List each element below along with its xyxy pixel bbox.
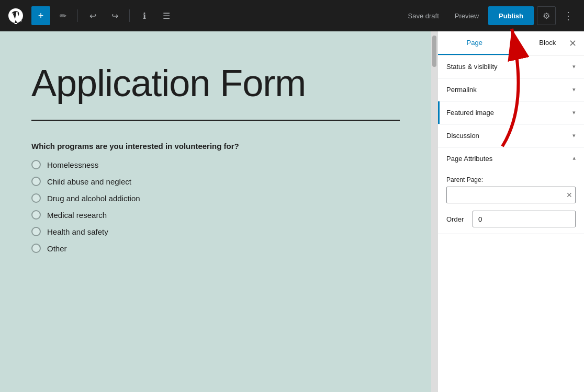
section-page-attributes-label: Page Attributes (446, 155, 492, 163)
section-discussion-label: Discussion (446, 132, 479, 140)
parent-page-label: Parent Page: (446, 176, 576, 183)
chevron-discussion-icon: ▾ (572, 132, 576, 139)
settings-button[interactable]: ⚙ (537, 6, 556, 25)
section-permalink-label: Permalink (446, 86, 477, 94)
list-item: Homelessness (31, 160, 400, 169)
section-featured-image-header[interactable]: Featured image ▾ (438, 101, 584, 124)
option-2-label: Child abuse and neglect (47, 177, 131, 186)
list-item: Other (31, 244, 400, 253)
undo-button[interactable]: ↩ (83, 6, 102, 25)
section-permalink: Permalink ▾ (438, 78, 584, 101)
info-button[interactable]: ℹ (135, 6, 154, 25)
order-label: Order (446, 215, 467, 223)
parent-page-wrapper: ✕ (446, 187, 576, 203)
save-draft-button[interactable]: Save draft (402, 9, 445, 23)
section-status-label: Status & visibility (446, 63, 498, 71)
tab-page[interactable]: Page (438, 31, 511, 55)
radio-circle-3 (31, 193, 41, 203)
edit-icon-button[interactable]: ✏ (53, 6, 72, 25)
add-block-button[interactable]: + (31, 6, 50, 25)
scrollbar-thumb[interactable] (432, 36, 436, 67)
list-item: Drug and alcohol addiction (31, 193, 400, 203)
parent-page-input[interactable] (446, 187, 576, 203)
redo-button[interactable]: ↪ (105, 6, 124, 25)
sidebar: Page Block ✕ Status & visibility ▾ Perma… (437, 31, 584, 392)
order-row: Order (446, 211, 576, 227)
scrollbar[interactable] (431, 31, 437, 392)
section-status-visibility: Status & visibility ▾ (438, 55, 584, 78)
question-label: Which programs are you interested in vol… (31, 142, 400, 151)
wordpress-logo (6, 6, 25, 25)
section-permalink-header[interactable]: Permalink ▾ (438, 78, 584, 101)
page-title: Application Form (31, 63, 400, 104)
radio-circle-5 (31, 227, 41, 236)
option-5-label: Health and safety (47, 227, 108, 236)
option-3-label: Drug and alcohol addiction (47, 194, 140, 203)
editor-canvas: Application Form Which programs are you … (0, 31, 431, 392)
section-page-attributes: Page Attributes ▾ Parent Page: ✕ Order (438, 147, 584, 234)
chevron-featured-icon: ▾ (572, 109, 576, 116)
section-status-visibility-header[interactable]: Status & visibility ▾ (438, 55, 584, 78)
section-page-attributes-header[interactable]: Page Attributes ▾ (438, 147, 584, 170)
radio-circle-2 (31, 177, 41, 186)
list-item: Medical research (31, 210, 400, 220)
separator-2 (129, 9, 130, 22)
sidebar-tabs: Page Block ✕ (438, 31, 584, 55)
section-featured-image-label: Featured image (446, 109, 494, 117)
toolbar: + ✏ ↩ ↪ ℹ ☰ Save draft Preview Publish ⚙… (0, 0, 584, 31)
radio-circle-1 (31, 160, 41, 169)
publish-button[interactable]: Publish (488, 6, 534, 25)
list-item: Health and safety (31, 227, 400, 236)
chevron-page-attributes-icon: ▾ (572, 155, 576, 162)
chevron-permalink-icon: ▾ (572, 86, 576, 93)
preview-button[interactable]: Preview (448, 9, 485, 23)
divider (31, 120, 400, 121)
page-attributes-content: Parent Page: ✕ Order (438, 170, 584, 234)
radio-list: Homelessness Child abuse and neglect Dru… (31, 160, 400, 253)
chevron-status-icon: ▾ (572, 63, 576, 70)
section-discussion-header[interactable]: Discussion ▾ (438, 124, 584, 147)
radio-circle-6 (31, 244, 41, 253)
option-1-label: Homelessness (47, 160, 98, 169)
order-input[interactable] (473, 211, 576, 227)
list-view-button[interactable]: ☰ (157, 6, 176, 25)
separator-1 (77, 9, 78, 22)
radio-circle-4 (31, 210, 41, 220)
main-area: Application Form Which programs are you … (0, 31, 584, 392)
parent-page-clear-button[interactable]: ✕ (566, 191, 572, 199)
editor-area[interactable]: Application Form Which programs are you … (0, 31, 431, 392)
more-options-button[interactable]: ⋮ (559, 6, 578, 25)
option-6-label: Other (47, 244, 67, 253)
sidebar-close-button[interactable]: ✕ (565, 36, 580, 51)
section-discussion: Discussion ▾ (438, 124, 584, 147)
option-4-label: Medical research (47, 211, 107, 220)
list-item: Child abuse and neglect (31, 177, 400, 186)
section-featured-image: Featured image ▾ (438, 101, 584, 124)
